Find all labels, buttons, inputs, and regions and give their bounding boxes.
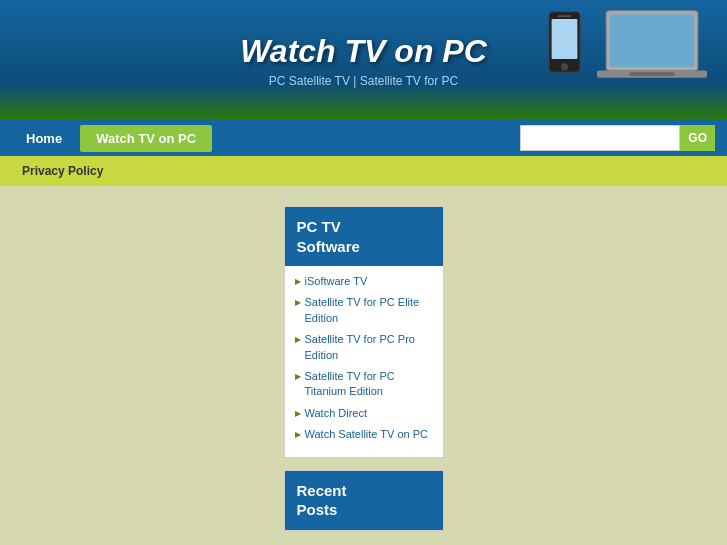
link-watch-direct[interactable]: Watch Direct xyxy=(295,406,433,421)
recent-posts-header: Recent Posts xyxy=(285,471,443,530)
svg-rect-7 xyxy=(629,72,675,76)
sub-nav-bar: Privacy Policy xyxy=(0,156,727,186)
pc-tv-software-links: iSoftware TV Satellite TV for PC Elite E… xyxy=(285,266,443,457)
main-content: PC TV Software iSoftware TV Satellite TV… xyxy=(0,186,727,545)
search-button[interactable]: GO xyxy=(680,125,715,151)
link-satellite-pro[interactable]: Satellite TV for PC Pro Edition xyxy=(295,332,433,363)
svg-point-2 xyxy=(561,63,568,70)
nav-home[interactable]: Home xyxy=(10,125,78,152)
svg-rect-5 xyxy=(610,15,694,67)
pc-tv-software-header: PC TV Software xyxy=(285,207,443,266)
link-isoftware[interactable]: iSoftware TV xyxy=(295,274,433,289)
nav-bar: Home Watch TV on PC GO xyxy=(0,120,727,156)
sub-nav-privacy[interactable]: Privacy Policy xyxy=(10,160,115,182)
site-subtitle: PC Satellite TV | Satellite TV for PC xyxy=(269,74,458,88)
site-title: Watch TV on PC xyxy=(240,33,487,70)
sidebar: PC TV Software iSoftware TV Satellite TV… xyxy=(284,206,444,545)
site-header: Watch TV on PC PC Satellite TV | Satelli… xyxy=(0,0,727,120)
recent-posts-box: Recent Posts xyxy=(284,470,444,531)
content-wrapper: PC TV Software iSoftware TV Satellite TV… xyxy=(14,206,714,545)
pc-tv-software-box: PC TV Software iSoftware TV Satellite TV… xyxy=(284,206,444,458)
nav-watch-tv[interactable]: Watch TV on PC xyxy=(80,125,212,152)
link-satellite-elite[interactable]: Satellite TV for PC Elite Edition xyxy=(295,295,433,326)
svg-rect-1 xyxy=(552,19,578,59)
search-bar: GO xyxy=(520,125,715,151)
svg-rect-3 xyxy=(558,15,571,17)
link-satellite-titanium[interactable]: Satellite TV for PC Titanium Edition xyxy=(295,369,433,400)
laptop-icon xyxy=(597,5,707,90)
search-input[interactable] xyxy=(520,125,680,151)
link-watch-satellite[interactable]: Watch Satellite TV on PC xyxy=(295,427,433,442)
header-images xyxy=(542,5,707,90)
phone-icon xyxy=(542,10,587,90)
